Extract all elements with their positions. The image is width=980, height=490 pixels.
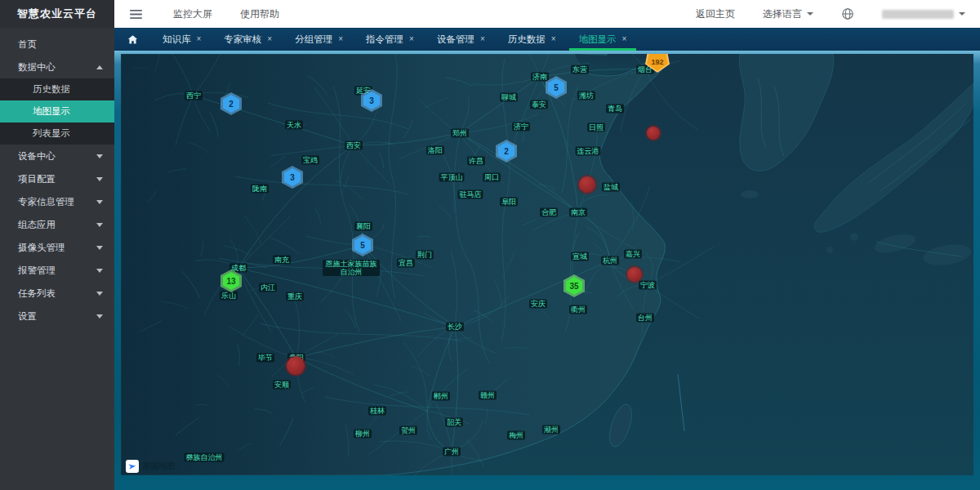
tab-close-icon[interactable]: × [409,35,414,43]
sidebar-item-label: 报警管理 [18,259,56,282]
chevron-down-icon [96,246,103,250]
sidebar-item-label: 专家信息管理 [18,190,74,213]
tabs: 知识库×专家审核×分组管理×指令管理×设备管理×历史数据×地图显示× [151,28,638,51]
app-window: 智慧农业云平台 首页数据中心历史数据地图显示列表显示设备中心项目配置专家信息管理… [0,0,980,490]
sidebar-item-7[interactable]: 报警管理 [0,259,114,282]
tab-close-icon[interactable]: × [622,35,627,43]
cluster-marker[interactable]: 35 [564,274,585,297]
cluster-marker[interactable]: 3 [282,166,303,189]
tab-设备管理[interactable]: 设备管理× [425,28,497,51]
pin-marker-value: 192 [647,54,668,71]
sidebar-item-8[interactable]: 任务列表 [0,282,114,305]
cluster-marker-value: 3 [284,168,301,186]
sidebar-item-2[interactable]: 设备中心 [0,145,114,167]
tab-close-icon[interactable]: × [338,35,343,43]
tab-分组管理[interactable]: 分组管理× [283,28,354,51]
chevron-down-icon [96,314,103,318]
language-label: 选择语言 [763,7,802,21]
sidebar-item-5[interactable]: 组态应用 [0,213,114,236]
sidebar-item-label: 设置 [18,305,37,327]
tab-close-icon[interactable]: × [267,35,272,43]
sidebar-item-6[interactable]: 摄像头管理 [0,236,114,259]
device-dot-marker[interactable] [647,127,660,140]
cluster-marker-value: 35 [566,277,582,295]
sidebar-item-label: 任务列表 [18,282,56,305]
cluster-marker[interactable]: 3 [361,89,382,112]
chevron-down-icon [96,154,103,158]
tab-close-icon[interactable]: × [480,35,485,43]
sidebar-submenu: 历史数据地图显示列表显示 [0,78,114,145]
sidebar-item-1[interactable]: 数据中心 [0,56,114,78]
sidebar-item-0[interactable]: 首页 [0,33,114,56]
chevron-down-icon [96,223,103,227]
device-dot-marker[interactable] [627,267,642,282]
language-select[interactable]: 选择语言 [763,7,813,21]
user-name-masked [882,10,954,19]
cluster-marker-value: 3 [363,91,380,109]
chevron-down-icon [96,200,103,204]
tab-知识库[interactable]: 知识库× [151,28,212,51]
chevron-up-icon [96,65,103,69]
cluster-marker-value: 5 [548,78,564,96]
sidebar: 智慧农业云平台 首页数据中心历史数据地图显示列表显示设备中心项目配置专家信息管理… [0,0,114,490]
sidebar-item-label: 数据中心 [18,56,56,78]
pin-marker[interactable]: 192 [645,54,670,73]
tab-专家审核[interactable]: 专家审核× [212,28,283,51]
sidebar-item-3[interactable]: 项目配置 [0,167,114,190]
device-dot-marker[interactable] [287,357,305,375]
tab-指令管理[interactable]: 指令管理× [354,28,425,51]
tab-label: 分组管理 [295,33,332,46]
cluster-marker[interactable]: 5 [352,234,373,256]
cluster-marker-value: 5 [354,236,371,254]
map-markers-layer: 2353251335192 [121,54,973,475]
sidebar-subitem[interactable]: 历史数据 [0,78,114,100]
tab-close-icon[interactable]: × [551,35,556,43]
chevron-down-icon [959,12,965,19]
tab-历史数据[interactable]: 历史数据× [497,28,568,51]
chevron-down-icon [807,12,813,19]
collapse-menu-icon[interactable] [126,4,145,24]
content-area: 西宁延安天水宝鸡西安陇南郑州洛阳许昌平顶山周口驻马店阜阳济南东营烟台潍坊青岛泰安… [114,51,980,490]
home-tab-icon[interactable] [127,34,138,45]
sidebar-menu: 首页数据中心历史数据地图显示列表显示设备中心项目配置专家信息管理组态应用摄像头管… [0,28,114,327]
cluster-marker[interactable]: 13 [220,270,242,292]
tab-label: 专家审核 [224,33,261,46]
sidebar-item-9[interactable]: 设置 [0,305,114,327]
tab-label: 指令管理 [366,33,403,46]
monitor-screen-link[interactable]: 监控大屏 [173,7,212,21]
app-logo: 智慧农业云平台 [0,0,114,28]
sidebar-item-label: 组态应用 [18,213,56,236]
cluster-marker-value: 13 [223,272,239,290]
sidebar-subitem[interactable]: 地图显示 [0,100,114,122]
tab-close-icon[interactable]: × [197,35,202,43]
cluster-marker[interactable]: 2 [220,92,242,115]
help-link[interactable]: 使用帮助 [240,7,279,21]
map-attribution: 高德地图 [126,460,175,473]
map-view[interactable]: 西宁延安天水宝鸡西安陇南郑州洛阳许昌平顶山周口驻马店阜阳济南东营烟台潍坊青岛泰安… [121,54,973,475]
tab-label: 历史数据 [508,33,546,46]
sidebar-item-label: 设备中心 [18,145,56,167]
sidebar-item-label: 项目配置 [18,167,56,190]
cluster-marker[interactable]: 2 [496,140,517,163]
tab-bar: 知识库×专家审核×分组管理×指令管理×设备管理×历史数据×地图显示× [114,28,980,51]
return-home-link[interactable]: 返回主页 [696,7,735,21]
top-header: 监控大屏 使用帮助 返回主页 选择语言 [114,0,980,29]
cluster-marker-value: 2 [223,95,239,113]
tab-label: 设备管理 [437,33,474,46]
cluster-marker-value: 2 [498,142,514,160]
user-menu[interactable] [882,10,965,19]
tab-label: 地图显示 [579,33,617,46]
sidebar-subitem[interactable]: 列表显示 [0,122,114,145]
amap-logo-icon[interactable] [126,460,139,473]
sidebar-item-4[interactable]: 专家信息管理 [0,190,114,213]
map-attribution-text: 高德地图 [142,461,175,472]
globe-icon[interactable] [838,4,858,24]
device-dot-marker[interactable] [579,176,595,193]
sidebar-item-label: 摄像头管理 [18,236,65,259]
chevron-down-icon [96,292,103,296]
tab-地图显示[interactable]: 地图显示× [568,28,639,51]
amap-plane-icon [127,461,136,470]
cluster-marker[interactable]: 5 [546,76,567,99]
sidebar-item-label: 首页 [18,33,37,56]
chevron-down-icon [96,177,103,181]
